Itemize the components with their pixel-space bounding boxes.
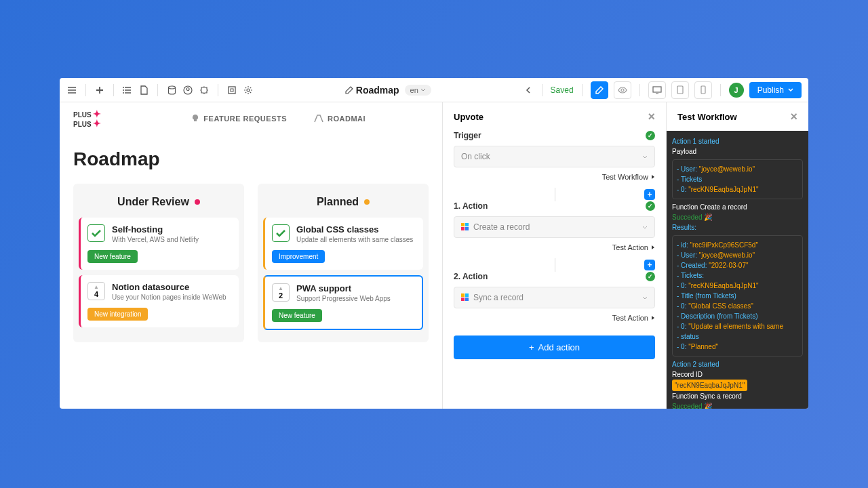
database-icon[interactable] <box>166 85 177 96</box>
debug-line: - 0: "recKN9EaqbaJqJpN1" <box>677 281 798 291</box>
road-icon <box>314 115 323 123</box>
debug-line: Record ID <box>672 369 803 380</box>
saved-status: Saved <box>551 85 574 95</box>
debug-panel-title: Test Workflow <box>677 112 737 122</box>
upvote-panel-title: Upvote <box>454 112 484 122</box>
card-title: PWA support <box>296 283 391 293</box>
svg-point-5 <box>186 87 189 90</box>
debug-line: - 0: "Planned" <box>677 342 798 352</box>
debug-line: - User: "joyce@weweb.io" <box>677 250 798 260</box>
debug-line: Function Sync a record <box>672 391 803 401</box>
debug-line: - User: "joyce@weweb.io" <box>677 164 798 174</box>
debug-line: - Tickets: <box>677 270 798 281</box>
puzzle-icon[interactable] <box>199 85 210 96</box>
nav-roadmap[interactable]: ROADMAI <box>314 114 366 123</box>
vote-counter[interactable]: ▲4 <box>87 282 105 300</box>
debug-line: - 0: "recKN9EaqbaJqJpN1" <box>677 184 798 195</box>
vote-counter[interactable]: ▲2 <box>272 283 290 302</box>
logo: PLUS ✦ PLUS ✦ <box>73 109 101 128</box>
mobile-view-button[interactable] <box>694 81 712 99</box>
test-action-button[interactable]: Test Action <box>454 243 655 251</box>
bulb-icon <box>191 114 199 123</box>
edit-mode-button[interactable] <box>591 81 608 99</box>
list-icon[interactable] <box>122 85 133 96</box>
action-select[interactable]: Create a record <box>454 216 655 238</box>
language-selector[interactable]: en <box>405 85 431 96</box>
back-icon[interactable] <box>523 85 534 96</box>
debug-line: Succeded 🎉 <box>672 401 803 409</box>
plus-icon[interactable] <box>94 85 105 96</box>
svg-rect-6 <box>229 87 235 94</box>
svg-point-2 <box>123 92 124 94</box>
svg-point-9 <box>621 89 624 92</box>
svg-rect-18 <box>465 293 469 297</box>
svg-rect-17 <box>461 293 465 297</box>
check-icon: ✓ <box>646 272 655 281</box>
test-action-button[interactable]: Test Action <box>454 314 655 322</box>
svg-rect-12 <box>701 86 705 94</box>
tablet-view-button[interactable] <box>671 81 689 99</box>
preview-mode-button[interactable] <box>614 81 631 99</box>
canvas: PLUS ✦ PLUS ✦ FEATURE REQUESTS ROADMAI R… <box>60 102 442 409</box>
column-header: Planned <box>258 184 429 218</box>
nav-feature-requests[interactable]: FEATURE REQUESTS <box>191 114 287 123</box>
card-description: With Vercel, AWS and Netlify <box>112 236 199 243</box>
card-tag: Improvement <box>272 250 325 263</box>
gear-icon[interactable] <box>243 85 254 96</box>
kanban-column: PlannedGlobal CSS classesUpdate all elem… <box>258 184 429 342</box>
debug-panel: Test Workflow × Action 1 startedPayload-… <box>666 102 808 409</box>
card-tag: New feature <box>87 250 138 263</box>
check-icon: ✓ <box>646 201 655 211</box>
kanban-card[interactable]: Global CSS classesUpdate all elements wi… <box>263 218 423 270</box>
test-workflow-button[interactable]: Test Workflow <box>454 173 655 181</box>
card-tag: New integration <box>87 308 148 321</box>
publish-button[interactable]: Publish <box>749 82 802 98</box>
action-label: 1. Action <box>454 201 488 211</box>
add-action-button[interactable]: +Add action <box>454 336 655 359</box>
column-header: Under Review <box>73 184 244 218</box>
debug-line: "recKN9EaqbaJqJpN1" <box>672 380 803 391</box>
card-description: Use your Notion pages inside WeWeb <box>112 293 226 301</box>
debug-line: - id: "rec9iPxkCp96SCF5d" <box>677 240 798 250</box>
svg-rect-7 <box>231 89 233 92</box>
debug-line: Results: <box>672 222 803 232</box>
user-icon[interactable] <box>182 85 193 96</box>
debug-line: - Title (from Tickets) <box>677 291 798 301</box>
kanban-card[interactable]: ▲2PWA supportSupport Progressive Web App… <box>263 275 423 330</box>
debug-line: Action 1 started <box>672 136 803 146</box>
close-icon[interactable]: × <box>790 110 797 123</box>
debug-line: Function Create a record <box>672 202 803 212</box>
debug-line: Succeded 🎉 <box>672 212 803 222</box>
desktop-view-button[interactable] <box>648 81 666 99</box>
svg-rect-11 <box>677 86 683 94</box>
kanban-card[interactable]: ▲4Notion datasourceUse your Notion pages… <box>79 275 239 327</box>
menu-icon[interactable] <box>66 85 77 96</box>
vote-checkbox[interactable] <box>87 224 105 242</box>
check-icon: ✓ <box>646 131 655 140</box>
action-label: 2. Action <box>454 272 488 281</box>
card-description: Support Progressive Web Apps <box>296 295 391 302</box>
frame-icon[interactable] <box>226 85 237 96</box>
svg-rect-16 <box>465 227 469 230</box>
debug-line: - 0: "Update all elements with same <box>677 321 798 331</box>
svg-point-0 <box>123 87 124 88</box>
card-title: Notion datasource <box>112 282 226 292</box>
vote-checkbox[interactable] <box>272 224 290 242</box>
add-step-icon[interactable]: + <box>644 260 655 270</box>
page-icon[interactable] <box>138 85 149 96</box>
card-description: Update all elements with same classes <box>296 236 413 243</box>
kanban-card[interactable]: Self-hostingWith Vercel, AWS and Netlify… <box>79 218 239 270</box>
svg-point-3 <box>168 86 175 89</box>
canvas-title: Roadmap <box>60 135 442 184</box>
add-step-icon[interactable]: + <box>644 189 655 200</box>
action-select[interactable]: Sync a record <box>454 287 655 308</box>
avatar[interactable]: J <box>729 83 744 98</box>
trigger-select[interactable]: On click <box>454 146 655 167</box>
upvote-panel: Upvote × Trigger✓ On click Test Workflow… <box>442 102 666 409</box>
close-icon[interactable]: × <box>648 110 655 123</box>
trigger-label: Trigger <box>454 131 481 140</box>
debug-line: Action 2 started <box>672 359 803 369</box>
svg-rect-14 <box>465 223 469 226</box>
card-title: Global CSS classes <box>296 224 413 235</box>
card-tag: New feature <box>272 309 322 322</box>
